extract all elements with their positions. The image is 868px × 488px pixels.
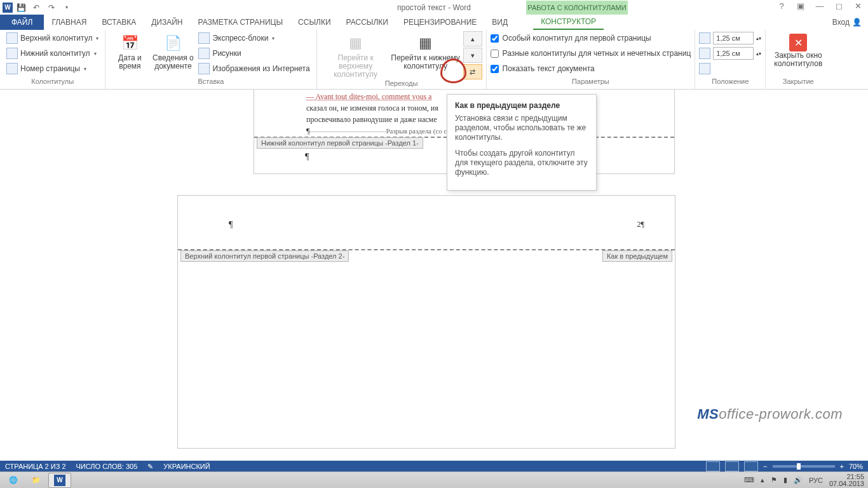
close-header-footer-button[interactable]: ✕ Закрыть окно колонтитулов xyxy=(770,31,827,68)
online-pictures-button[interactable]: Изображения из Интернета xyxy=(196,62,312,76)
tab-view[interactable]: ВИД xyxy=(484,15,515,30)
flag-icon[interactable]: ⚑ xyxy=(771,476,777,484)
footer-from-bottom-input[interactable]: 1,25 см xyxy=(713,47,754,60)
input-language[interactable]: РУС xyxy=(809,477,823,484)
qat-customize-icon[interactable]: ▾ xyxy=(60,1,74,14)
tooltip-link-to-previous: Как в предыдущем разделе Установка связи… xyxy=(447,94,597,191)
date-time-button[interactable]: 📅Дата и время xyxy=(109,31,150,71)
link-icon: ⇄ xyxy=(470,68,475,76)
previous-section-button[interactable]: ▴ xyxy=(463,31,482,46)
clock[interactable]: 21:55 07.04.2013 xyxy=(829,473,864,487)
align-tab-icon xyxy=(699,63,710,74)
title-bar: W 💾 ↶ ↷ ▾ простой текст - Word РАБОТА С … xyxy=(0,0,868,15)
group-label: Положение xyxy=(699,78,761,89)
sign-in[interactable]: Вход👤 xyxy=(832,15,862,30)
zoom-out-button[interactable]: − xyxy=(763,463,767,470)
window-title: простой текст - Word xyxy=(0,3,868,12)
goto-footer-icon: ▦ xyxy=(416,32,436,53)
help-icon[interactable]: ? xyxy=(774,1,789,11)
pictures-button[interactable]: Рисунки xyxy=(196,46,312,60)
calendar-icon: 📅 xyxy=(119,32,140,53)
network-icon[interactable]: ▮ xyxy=(783,476,787,484)
language-indicator[interactable]: УКРАИНСКИЙ xyxy=(163,463,210,470)
ribbon-options-icon[interactable]: ▣ xyxy=(793,1,808,11)
group-label: Переходы xyxy=(321,79,482,89)
page-2[interactable]: ¶ 2¶ Верхний колонтитул первой страницы … xyxy=(177,195,675,449)
tab-design[interactable]: ДИЗАЙН xyxy=(144,15,190,30)
zoom-in-button[interactable]: + xyxy=(840,463,844,470)
word-app-icon[interactable]: W xyxy=(3,3,13,13)
prev-icon: ▴ xyxy=(471,35,475,43)
read-mode-button[interactable] xyxy=(706,461,720,471)
ribbon: Верхний колонтитул▾ Нижний колонтитул▾ Н… xyxy=(0,30,868,90)
taskbar-word-icon[interactable]: W xyxy=(48,473,71,488)
word-count[interactable]: ЧИСЛО СЛОВ: 305 xyxy=(76,463,138,470)
same-as-previous-tag: Как в предыдущем xyxy=(602,250,672,262)
page-number-field: 2¶ xyxy=(637,220,644,229)
next-section-button[interactable]: ▾ xyxy=(463,48,482,63)
goto-header-button[interactable]: ▦Перейти к верхнему колонтитулу xyxy=(321,31,391,79)
quick-parts-button[interactable]: Экспресс-блоки▾ xyxy=(196,31,312,45)
close-icon[interactable]: ✕ xyxy=(850,1,865,11)
different-odd-even-checkbox[interactable]: Разные колонтитулы для четных и нечетных… xyxy=(491,46,691,60)
pagenum-icon xyxy=(6,63,18,74)
tab-layout[interactable]: РАЗМЕТКА СТРАНИЦЫ xyxy=(191,15,291,30)
user-icon: 👤 xyxy=(852,18,862,27)
zoom-slider[interactable] xyxy=(773,465,835,468)
paragraph-mark: ¶ xyxy=(305,152,309,162)
group-label: Закрытие xyxy=(770,78,827,89)
tooltip-text: Чтобы создать другой колонтитул для теку… xyxy=(455,149,588,177)
undo-icon[interactable]: ↶ xyxy=(29,1,43,14)
taskbar-ie-icon[interactable]: 🌐 xyxy=(3,473,24,487)
page-indicator[interactable]: СТРАНИЦА 2 ИЗ 2 xyxy=(5,463,66,470)
volume-icon[interactable]: 🔊 xyxy=(794,476,803,484)
quickparts-icon xyxy=(198,32,210,44)
restore-icon[interactable]: ◻ xyxy=(831,1,846,11)
tab-references[interactable]: ССЫЛКИ xyxy=(290,15,338,30)
paragraph-mark: ¶ xyxy=(229,220,233,230)
footer-icon xyxy=(6,48,18,59)
close-x-icon: ✕ xyxy=(789,34,807,51)
footer-button[interactable]: Нижний колонтитул▾ xyxy=(4,46,101,60)
save-icon[interactable]: 💾 xyxy=(14,1,28,14)
tab-mailings[interactable]: РАССЫЛКИ xyxy=(339,15,396,30)
tooltip-title: Как в предыдущем разделе xyxy=(455,101,588,110)
group-label: Колонтитулы xyxy=(4,78,101,89)
show-document-text-checkbox[interactable]: Показать текст документа xyxy=(491,62,691,76)
tab-design-context[interactable]: КОНСТРУКТОР xyxy=(533,15,604,30)
proofing-icon[interactable]: ✎ xyxy=(147,463,153,471)
group-navigation: ▦Перейти к верхнему колонтитулу ▦Перейти… xyxy=(317,30,487,89)
tooltip-text: Установка связи с предыдущим разделом, ч… xyxy=(455,114,588,142)
group-insert: 📅Дата и время 📄Сведения о документе Эксп… xyxy=(105,30,316,89)
doc-info-button[interactable]: 📄Сведения о документе xyxy=(150,31,196,71)
print-layout-button[interactable] xyxy=(725,461,739,471)
docinfo-icon: 📄 xyxy=(163,32,183,53)
tray-up-icon[interactable]: ▴ xyxy=(761,476,764,484)
link-to-previous-button[interactable]: ⇄ xyxy=(463,64,482,79)
goto-footer-button[interactable]: ▦Перейти к нижнему колонтитулу xyxy=(391,31,461,71)
tab-file[interactable]: ФАЙЛ xyxy=(0,15,44,30)
zoom-level[interactable]: 70% xyxy=(849,463,863,470)
document-area: — Avant tout dites-moi, comment vous a с… xyxy=(0,90,868,461)
picture-icon xyxy=(198,48,210,59)
page-number-button[interactable]: Номер страницы▾ xyxy=(4,62,101,76)
keyboard-icon[interactable]: ⌨ xyxy=(744,476,754,484)
header-tag: Верхний колонтитул первой страницы -Разд… xyxy=(180,250,349,262)
taskbar-explorer-icon[interactable]: 📁 xyxy=(25,473,47,487)
tab-insert[interactable]: ВСТАВКА xyxy=(94,15,144,30)
group-options: Особый колонтитул для первой страницы Ра… xyxy=(487,30,696,89)
redo-icon[interactable]: ↷ xyxy=(44,1,58,14)
different-first-page-checkbox[interactable]: Особый колонтитул для первой страницы xyxy=(491,31,691,45)
web-layout-button[interactable] xyxy=(744,461,758,471)
status-bar: СТРАНИЦА 2 ИЗ 2 ЧИСЛО СЛОВ: 305 ✎ УКРАИН… xyxy=(0,461,868,472)
header-from-top-input[interactable]: 1,25 см xyxy=(713,32,754,44)
tab-review[interactable]: РЕЦЕНЗИРОВАНИЕ xyxy=(396,15,484,30)
group-position: 1,25 см▴▾ 1,25 см▴▾ Положение xyxy=(695,30,766,89)
next-icon: ▾ xyxy=(471,51,475,60)
header-position-icon xyxy=(699,32,710,44)
tab-home[interactable]: ГЛАВНАЯ xyxy=(44,15,94,30)
footer-position-icon xyxy=(699,48,710,59)
group-label: Вставка xyxy=(109,78,312,89)
minimize-icon[interactable]: — xyxy=(812,1,827,11)
header-button[interactable]: Верхний колонтитул▾ xyxy=(4,31,101,45)
